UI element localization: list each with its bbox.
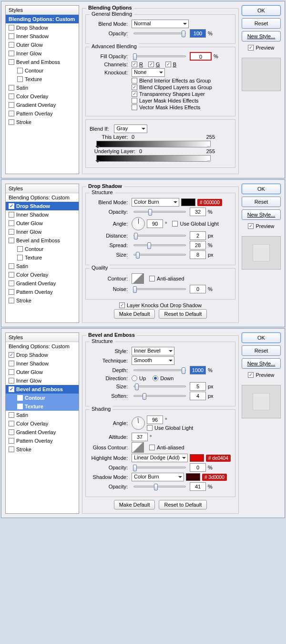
checkbox[interactable] [9,119,14,125]
style-inner-shadow[interactable]: Inner Shadow [6,210,79,219]
channel-r[interactable] [132,62,137,67]
sh-angle-input[interactable]: 96 [147,415,163,424]
ds-color-swatch[interactable] [181,198,195,206]
ugl-checkbox[interactable] [172,221,178,227]
style-blending-options[interactable]: Blending Options: Custom [6,15,79,23]
style-satin[interactable]: Satin [6,83,79,92]
soften-input[interactable]: 4 [190,392,206,400]
opt-layermask[interactable] [132,98,137,104]
noise-input[interactable]: 0 [190,285,206,293]
h-opacity-slider[interactable] [133,467,186,468]
style-inner-shadow[interactable]: Inner Shadow [6,32,79,41]
style-pattern-overlay[interactable]: Pattern Overlay [6,436,79,445]
style-inner-shadow[interactable]: Inner Shadow [6,359,79,368]
checkbox[interactable] [9,85,14,91]
depth-slider[interactable] [133,369,186,371]
shadow-color[interactable] [186,473,200,481]
be-style-select[interactable]: Inner Bevel [132,347,174,355]
ok-button[interactable]: OK [242,184,281,194]
ds-spread-slider[interactable] [133,244,186,246]
checkbox[interactable] [9,93,14,99]
ds-dist-input[interactable]: 2 [190,231,206,240]
style-color-overlay[interactable]: Color Overlay [6,270,79,279]
angle-dial[interactable] [132,217,145,230]
highlight-color[interactable] [190,454,204,462]
checkbox[interactable] [9,33,14,39]
checkbox[interactable] [9,59,14,65]
s-opacity-input[interactable]: 41 [190,482,206,491]
style-drop-shadow[interactable]: Drop Shadow [6,351,79,359]
ds-angle-input[interactable]: 90 [147,219,163,228]
style-bevel-emboss[interactable]: Bevel and Emboss [6,58,79,66]
style-satin[interactable]: Satin [6,262,79,270]
channel-b[interactable] [165,62,171,67]
underlying-gradient[interactable] [96,155,211,162]
checkbox[interactable] [9,51,14,56]
style-contour[interactable]: Contour [6,394,79,402]
style-drop-shadow[interactable]: Drop Shadow [6,23,79,32]
be-tech-select[interactable]: Smooth [132,356,174,365]
dir-down-radio[interactable] [153,375,158,381]
style-satin[interactable]: Satin [6,411,79,419]
this-layer-gradient[interactable] [96,141,211,147]
style-gradient-overlay[interactable]: Gradient Overlay [6,279,79,288]
make-default-button[interactable]: Make Default [114,500,155,509]
style-inner-glow[interactable]: Inner Glow [6,49,79,58]
ds-mode-select[interactable]: Color Burn [132,198,179,207]
ds-size-input[interactable]: 8 [190,250,206,259]
style-texture[interactable]: Texture [6,402,79,411]
channel-g[interactable] [148,62,154,67]
new-style-button[interactable]: New Style... [242,31,281,42]
shadow-mode-select[interactable]: Color Burn [132,473,184,481]
style-inner-glow[interactable]: Inner Glow [6,228,79,236]
knocks-out-checkbox[interactable] [119,302,125,308]
style-stroke[interactable]: Stroke [6,445,79,454]
style-stroke[interactable]: Stroke [6,296,79,305]
ok-button[interactable]: OK [242,5,281,16]
knockout-select[interactable]: None [132,68,165,77]
be-size-slider[interactable] [133,385,186,387]
s-opacity-slider[interactable] [133,486,186,488]
checkbox[interactable] [9,111,14,116]
ugl-checkbox[interactable] [147,425,153,431]
style-pattern-overlay[interactable]: Pattern Overlay [6,288,79,296]
opt-transparency[interactable] [132,91,137,97]
shading-dial[interactable] [132,416,145,430]
style-texture[interactable]: Texture [6,253,79,262]
style-drop-shadow[interactable]: Drop Shadow [6,202,79,210]
style-outer-glow[interactable]: Outer Glow [6,219,79,228]
opt-interior[interactable] [132,78,137,83]
style-color-overlay[interactable]: Color Overlay [6,419,79,428]
style-bevel-emboss[interactable]: Bevel and Emboss [6,385,79,394]
style-contour[interactable]: Contour [6,66,79,75]
opt-vectormask[interactable] [132,104,137,110]
style-texture[interactable]: Texture [6,75,79,83]
checkbox[interactable] [17,68,23,73]
preview-checkbox[interactable] [248,223,254,229]
style-outer-glow[interactable]: Outer Glow [6,41,79,49]
checkbox[interactable] [9,102,14,108]
style-gradient-overlay[interactable]: Gradient Overlay [6,101,79,109]
style-inner-glow[interactable]: Inner Glow [6,376,79,385]
style-contour[interactable]: Contour [6,245,79,253]
make-default-button[interactable]: Make Default [114,309,155,319]
style-outer-glow[interactable]: Outer Glow [6,368,79,376]
fill-opacity-slider[interactable] [133,55,186,57]
checkbox[interactable] [9,42,14,48]
style-stroke[interactable]: Stroke [6,118,79,126]
checkbox[interactable] [9,203,14,209]
ds-opacity-input[interactable]: 32 [190,208,206,216]
checkbox[interactable] [17,76,23,82]
fill-opacity-input[interactable]: 0 [190,52,212,61]
reset-button[interactable]: Reset [242,18,281,29]
aa-checkbox[interactable] [149,445,155,450]
opacity-input[interactable]: 100 [190,29,206,38]
depth-input[interactable]: 1000 [190,366,206,374]
noise-slider[interactable] [133,288,186,290]
altitude-input[interactable]: 37 [132,433,148,441]
ds-size-slider[interactable] [133,254,186,256]
ds-dist-slider[interactable] [133,235,186,237]
be-size-input[interactable]: 5 [190,382,206,391]
contour-picker[interactable] [132,273,144,284]
gloss-contour[interactable] [132,442,144,453]
